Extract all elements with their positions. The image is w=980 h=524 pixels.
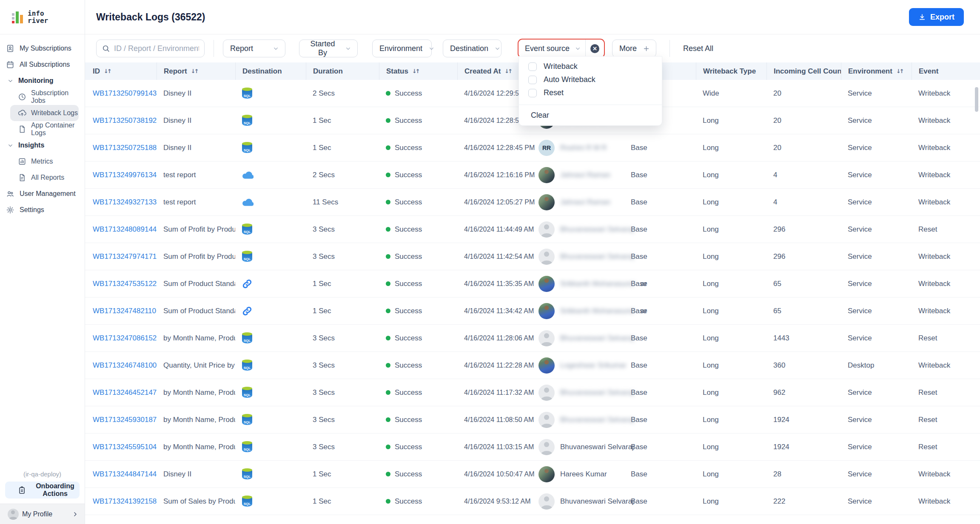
- table-row: WB171324593018720by Month Name, Product,…: [85, 406, 980, 433]
- checkbox[interactable]: [528, 76, 537, 84]
- cloud-upload-icon: [18, 109, 26, 117]
- log-id-link[interactable]: WB171324708615230: [93, 334, 157, 343]
- status-success-icon: [386, 91, 390, 96]
- sidebar-item-all-subscriptions[interactable]: All Subscriptions: [0, 57, 81, 73]
- user-cell: Logeshwar Srikumar: [532, 357, 624, 374]
- log-id-link[interactable]: WB171324997613487: [93, 171, 157, 179]
- report-cell: Disney II: [157, 144, 235, 152]
- base-cell: Base: [624, 171, 696, 179]
- sidebar-item-label: Monitoring: [18, 77, 54, 85]
- user-cell: Bhuvaneswari Selvaraj: [532, 439, 624, 455]
- log-id-link[interactable]: WB171324674810035: [93, 361, 157, 370]
- log-id-link[interactable]: WB171324645214717: [93, 388, 157, 397]
- column-header-event: Event: [912, 62, 967, 80]
- more-filters-button[interactable]: More: [612, 40, 656, 57]
- clear-filter-icon[interactable]: ✕: [590, 44, 599, 53]
- duration-cell: 3 Secs: [306, 225, 379, 234]
- reset-all-button[interactable]: Reset All: [683, 44, 713, 53]
- sidebar-item-all-reports[interactable]: All Reports: [10, 170, 81, 186]
- sort-icon[interactable]: ↓↑: [412, 68, 419, 74]
- report-cell: by Month Name, Product, S: [157, 388, 235, 397]
- filter-environment[interactable]: Environment: [372, 40, 432, 57]
- clear-button[interactable]: Clear: [519, 105, 662, 125]
- table-row: WB171324674810035Quantity, Unit Price by…: [85, 352, 980, 379]
- sidebar-item-settings[interactable]: Settings: [0, 202, 81, 218]
- sort-icon[interactable]: ↓↑: [104, 68, 111, 74]
- cell-count-cell: 296: [766, 252, 841, 261]
- user-cell: Bhuvaneswari Selvaraj: [532, 221, 624, 238]
- sort-icon[interactable]: ↓↑: [504, 68, 511, 74]
- sql-database-icon: SQL: [242, 115, 252, 126]
- log-id-link[interactable]: WB171325073819221: [93, 116, 157, 125]
- filter-report[interactable]: Report: [223, 40, 285, 57]
- log-id-link[interactable]: WB171324748211064: [93, 307, 157, 315]
- filter-started-by[interactable]: Started By: [299, 40, 358, 57]
- table-row: WB171324139215805Sum of Sales by Product…: [85, 488, 980, 515]
- status-success-icon: [386, 200, 390, 204]
- sidebar-item-insights[interactable]: Insights: [0, 137, 81, 153]
- column-header-id[interactable]: ID↓↑: [86, 62, 157, 80]
- event-source-option-auto-writeback[interactable]: Auto Writeback: [519, 73, 662, 86]
- column-header-report[interactable]: Report↓↑: [157, 62, 235, 80]
- log-id-cell: WB171325072518838: [86, 144, 157, 152]
- writeback-type-cell: Long: [696, 443, 766, 451]
- event-cell: Reset: [912, 388, 967, 397]
- destination-cell: [235, 198, 306, 206]
- page-title: Writeback Logs (36522): [96, 11, 205, 23]
- event-source-option-reset[interactable]: Reset: [519, 86, 662, 99]
- search-box: [96, 40, 205, 57]
- event-cell: Writeback: [912, 171, 967, 179]
- sidebar-item-monitoring[interactable]: Monitoring: [0, 73, 81, 89]
- log-id-link[interactable]: WB171324808914405: [93, 225, 157, 234]
- column-header-environment[interactable]: Environment↓↑: [841, 62, 912, 80]
- my-profile-button[interactable]: My Profile: [0, 504, 85, 524]
- duration-cell: 11 Secs: [306, 198, 379, 207]
- log-id-link[interactable]: WB171324139215805: [93, 497, 157, 506]
- sidebar-item-subscription-jobs[interactable]: Subscription Jobs: [10, 89, 81, 105]
- environment-cell: Service: [841, 116, 912, 125]
- event-source-option-writeback[interactable]: Writeback: [519, 60, 662, 73]
- log-id-link[interactable]: WB171324484714441: [93, 470, 157, 479]
- log-id-link[interactable]: WB171324593018720: [93, 416, 157, 424]
- sidebar-item-app-container-logs[interactable]: App Container Logs: [10, 121, 81, 137]
- log-id-link[interactable]: WB171324559510470: [93, 443, 157, 451]
- status-cell: Success: [379, 116, 457, 125]
- sidebar-item-metrics[interactable]: Metrics: [10, 153, 81, 170]
- cell-count-cell: 20: [766, 116, 841, 125]
- avatar: [8, 509, 19, 520]
- sidebar-item-my-subscriptions[interactable]: My Subscriptions: [0, 40, 81, 57]
- sidebar: inforiver My Subscriptions All Subscript…: [0, 0, 85, 524]
- event-cell: Writeback: [912, 89, 967, 98]
- writeback-type-cell: Wide: [696, 89, 766, 98]
- checkbox[interactable]: [528, 62, 537, 71]
- writeback-logs-table: ID↓↑Report↓↑DestinationDurationStatus↓↑C…: [85, 62, 980, 524]
- status-cell: Success: [379, 470, 457, 479]
- sort-icon[interactable]: ↓↑: [896, 68, 903, 74]
- writeback-type-cell: Long: [696, 252, 766, 261]
- sql-database-icon: SQL: [242, 414, 252, 425]
- checkbox[interactable]: [528, 89, 537, 97]
- search-input[interactable]: [114, 44, 199, 53]
- log-id-link[interactable]: WB171324797417125: [93, 252, 157, 261]
- environment-cell: Service: [841, 470, 912, 479]
- log-id-link[interactable]: WB171324753512261: [93, 280, 157, 288]
- sort-icon[interactable]: ↓↑: [191, 68, 198, 74]
- vertical-scrollbar[interactable]: [975, 87, 978, 112]
- created-at-cell: 4/16/2024 10:50:47 AM: [457, 470, 532, 478]
- column-header-status[interactable]: Status↓↑: [379, 62, 457, 80]
- log-id-link[interactable]: WB171325079914369: [93, 89, 157, 98]
- status-success-icon: [386, 445, 390, 449]
- duration-cell: 1 Sec: [306, 280, 379, 288]
- cell-count-cell: 4: [766, 171, 841, 179]
- sidebar-item-label: Metrics: [31, 158, 53, 165]
- filter-destination[interactable]: Destination: [443, 40, 501, 57]
- status-cell: Success: [379, 252, 457, 261]
- log-id-link[interactable]: WB171325072518838: [93, 144, 157, 152]
- export-button[interactable]: Export: [909, 8, 964, 26]
- sidebar-item-writeback-logs[interactable]: Writeback Logs: [10, 105, 79, 121]
- more-label: More: [619, 44, 637, 53]
- event-source-filter[interactable]: Event source ✕: [518, 39, 605, 58]
- sidebar-item-user-management[interactable]: User Management: [0, 186, 81, 202]
- log-id-link[interactable]: WB171324932713382: [93, 198, 157, 207]
- onboarding-actions-button[interactable]: Onboarding Actions: [5, 482, 80, 499]
